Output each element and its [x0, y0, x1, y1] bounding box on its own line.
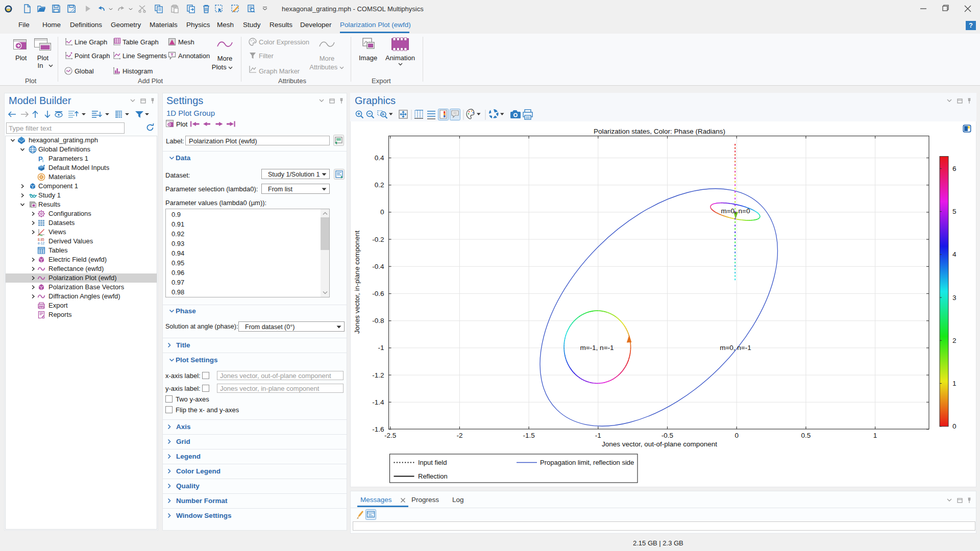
svg-text:-1.6: -1.6 — [372, 425, 384, 433]
svg-text:-0.2: -0.2 — [372, 236, 384, 243]
svg-text:-1.4: -1.4 — [372, 398, 384, 406]
svg-text:-0.5: -0.5 — [662, 432, 673, 439]
svg-text:0: 0 — [380, 208, 384, 216]
svg-text:1: 1 — [873, 432, 877, 439]
svg-text:-1: -1 — [595, 432, 601, 439]
svg-text:-2: -2 — [456, 432, 462, 439]
svg-text:6: 6 — [952, 165, 957, 172]
svg-text:0.4: 0.4 — [375, 154, 384, 162]
svg-text:Input field: Input field — [418, 459, 447, 466]
svg-text:m=0, n=0: m=0, n=0 — [721, 207, 750, 215]
svg-text:-2.5: -2.5 — [384, 432, 396, 439]
svg-text:0: 0 — [952, 422, 957, 430]
svg-text:0.5: 0.5 — [801, 432, 811, 439]
svg-text:Propagation limit, reflection: Propagation limit, reflection side — [540, 459, 634, 466]
svg-text:-0.6: -0.6 — [372, 290, 384, 297]
svg-text:0.2: 0.2 — [375, 181, 384, 189]
svg-text:5: 5 — [952, 208, 957, 215]
svg-text:m=-1, n=-1: m=-1, n=-1 — [580, 344, 614, 352]
svg-text:Reflection: Reflection — [418, 472, 448, 480]
svg-text:m=0, n=-1: m=0, n=-1 — [720, 344, 751, 352]
svg-text:2: 2 — [952, 337, 957, 344]
svg-text:1: 1 — [952, 380, 957, 387]
svg-text:3: 3 — [952, 294, 957, 302]
svg-text:Jones vector, out-of-plane com: Jones vector, out-of-plane component — [602, 440, 717, 448]
svg-text:4: 4 — [952, 251, 957, 258]
svg-text:-1: -1 — [378, 344, 384, 352]
svg-text:Polarization states, Color: Ph: Polarization states, Color: Phase (Radia… — [594, 128, 725, 135]
svg-text:-1.2: -1.2 — [372, 371, 384, 379]
svg-text:-0.4: -0.4 — [372, 263, 384, 270]
svg-text:-0.8: -0.8 — [372, 317, 384, 324]
svg-text:0: 0 — [734, 432, 739, 439]
svg-text:-1.5: -1.5 — [523, 432, 534, 439]
svg-text:Jones vector, in-plane compone: Jones vector, in-plane component — [353, 231, 361, 334]
